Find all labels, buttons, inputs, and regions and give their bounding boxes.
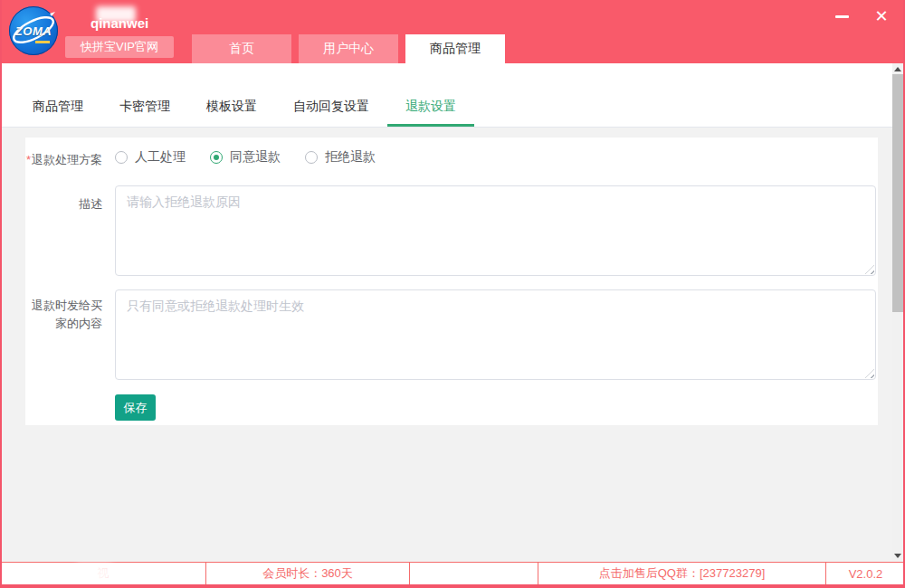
version-label: V2.0.2 <box>849 567 883 581</box>
nav-tab-home[interactable]: 首页 <box>192 34 291 63</box>
refund-settings-form: *退款处理方案 人工处理 同意退款 拒绝退款 描述 退款时发给买家的内容 保存 <box>25 138 878 425</box>
radio-manual-processing[interactable]: 人工处理 <box>115 149 186 166</box>
scroll-up-button[interactable] <box>892 63 903 74</box>
refund-message-textarea[interactable] <box>115 289 876 380</box>
radio-unselected-icon <box>305 151 318 164</box>
username-blur-overlay <box>96 6 136 23</box>
save-button[interactable]: 保存 <box>115 394 156 421</box>
close-icon: ✕ <box>874 8 888 24</box>
radio-label: 人工处理 <box>135 149 186 166</box>
status-cell-text: 点击加售后QQ群：[237723279] <box>599 565 766 582</box>
refund-message-label: 退款时发给买家的内容 <box>25 297 102 333</box>
refund-plan-radio-group: 人工处理 同意退款 拒绝退款 <box>115 146 376 169</box>
status-cell-membership-duration: 会员时长：360天 <box>206 563 410 584</box>
scroll-up-icon <box>894 67 901 71</box>
main-nav: 首页 用户中心 商品管理 <box>192 34 505 63</box>
tab-template-settings[interactable]: 模板设置 <box>188 86 275 127</box>
description-textarea[interactable] <box>115 185 876 276</box>
scroll-down-icon <box>894 554 901 558</box>
close-button[interactable]: ✕ <box>869 4 894 29</box>
settings-tab-bar: 商品管理 卡密管理 模板设置 自动回复设置 退款设置 <box>0 63 905 128</box>
zoma-logo-icon: ZOMA <box>9 6 58 55</box>
app-header: ZOMA qinanwei 快拼宝VIP官网 首页 用户中心 商品管理 ✕ <box>0 0 905 63</box>
minimize-icon <box>835 15 849 18</box>
footer-blur-overlay <box>76 564 112 583</box>
vertical-scrollbar[interactable] <box>892 63 903 561</box>
tab-card-key-management[interactable]: 卡密管理 <box>101 86 188 127</box>
radio-agree-refund[interactable]: 同意退款 <box>210 149 281 166</box>
radio-label: 拒绝退款 <box>325 149 376 166</box>
app-window: ZOMA qinanwei 快拼宝VIP官网 首页 用户中心 商品管理 ✕ 商品… <box>0 0 905 588</box>
status-cell-empty <box>410 563 538 584</box>
radio-unselected-icon <box>115 151 128 164</box>
tab-refund-settings[interactable]: 退款设置 <box>387 86 474 127</box>
logo-badge <box>35 41 50 43</box>
radio-reject-refund[interactable]: 拒绝退款 <box>305 149 376 166</box>
vip-site-button[interactable]: 快拼宝VIP官网 <box>65 36 174 58</box>
logo-text: ZOMA <box>15 24 52 38</box>
refund-plan-label-text: 退款处理方案 <box>32 153 102 166</box>
status-cell-version: V2.0.2 <box>826 563 905 584</box>
radio-selected-icon <box>210 151 223 164</box>
window-controls: ✕ <box>829 4 894 29</box>
status-cell-text: 会员时长：360天 <box>262 565 353 582</box>
tab-product-management[interactable]: 商品管理 <box>14 86 101 127</box>
tab-auto-reply-settings[interactable]: 自动回复设置 <box>275 86 387 127</box>
window-border-left <box>0 0 2 588</box>
required-asterisk: * <box>26 153 31 166</box>
status-cell-qq-group-link[interactable]: 点击加售后QQ群：[237723279] <box>538 563 826 584</box>
nav-tab-user-center[interactable]: 用户中心 <box>299 34 398 63</box>
radio-label: 同意退款 <box>230 149 281 166</box>
refund-plan-label: *退款处理方案 <box>25 151 102 169</box>
window-border-bottom <box>0 584 905 588</box>
scroll-down-button[interactable] <box>892 550 903 561</box>
status-bar: 视 会员时长：360天 点击加售后QQ群：[237723279] V2.0.2 <box>0 562 905 584</box>
description-label: 描述 <box>25 195 102 213</box>
status-cell-video: 视 <box>0 563 206 584</box>
scrollbar-thumb[interactable] <box>892 74 903 312</box>
minimize-button[interactable] <box>829 4 854 29</box>
nav-tab-product-management[interactable]: 商品管理 <box>405 34 505 63</box>
